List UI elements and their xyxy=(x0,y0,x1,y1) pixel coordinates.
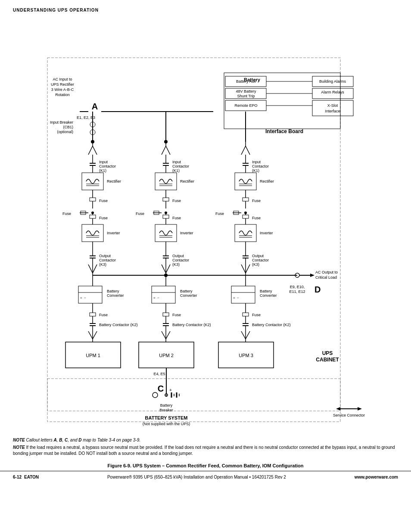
svg-point-121 xyxy=(91,212,94,214)
svg-text:Input: Input xyxy=(99,160,108,164)
svg-text:(K3): (K3) xyxy=(252,262,259,267)
header-title: UNDERSTANDING UPS OPERATION xyxy=(13,8,99,12)
svg-text:(K1): (K1) xyxy=(99,168,106,173)
diagram-svg: Battery Aux 48V Battery Shunt Trip Remot… xyxy=(13,17,398,430)
svg-text:E4, E5: E4, E5 xyxy=(153,372,165,376)
svg-text:Fuse: Fuse xyxy=(252,216,261,220)
footer-website: www.powerware.com xyxy=(355,475,398,479)
page-footer: 6-12 EATON Powerware® 9395 UPS (650–825 … xyxy=(0,471,411,483)
svg-text:Battery Contactor (K2): Battery Contactor (K2) xyxy=(99,323,138,327)
svg-rect-182 xyxy=(78,286,102,303)
svg-text:UPS: UPS xyxy=(322,350,333,356)
svg-text:(optional): (optional) xyxy=(57,130,73,134)
svg-rect-95 xyxy=(90,215,96,218)
svg-text:Output: Output xyxy=(172,254,184,258)
svg-text:3 Wire A-B-C: 3 Wire A-B-C xyxy=(51,87,74,92)
svg-line-146 xyxy=(88,264,93,273)
svg-text:Output: Output xyxy=(99,254,111,258)
svg-marker-176 xyxy=(310,274,314,277)
svg-text:E9, E10,: E9, E10, xyxy=(290,285,305,289)
svg-line-60 xyxy=(241,146,246,155)
svg-text:(K3): (K3) xyxy=(99,262,106,267)
svg-text:Fuse: Fuse xyxy=(172,216,181,220)
svg-rect-1 xyxy=(47,379,340,422)
svg-text:Fuse: Fuse xyxy=(99,313,108,317)
svg-text:~: ~ xyxy=(237,296,239,300)
caption-area: NOTE Callout letters A, B, C, and D map … xyxy=(0,435,411,460)
svg-point-254 xyxy=(153,392,158,398)
svg-text:=: = xyxy=(80,296,82,300)
svg-rect-99 xyxy=(163,198,169,201)
svg-text:Input Breaker: Input Breaker xyxy=(50,120,73,124)
svg-line-233 xyxy=(88,331,93,339)
svg-line-51 xyxy=(166,146,170,155)
svg-line-61 xyxy=(246,146,250,155)
brand-name: EATON xyxy=(24,475,39,479)
svg-text:CABINET: CABINET xyxy=(316,357,339,363)
svg-text:Contactor: Contactor xyxy=(99,258,116,262)
svg-text:Battery: Battery xyxy=(160,403,173,408)
svg-rect-210 xyxy=(163,313,169,316)
svg-text:Inverter: Inverter xyxy=(180,231,193,235)
footer-text: Powerware® 9395 UPS (650–825 kVA) Instal… xyxy=(39,475,355,479)
svg-text:Inverter: Inverter xyxy=(260,231,273,235)
svg-text:Battery: Battery xyxy=(260,289,272,293)
svg-text:Rectifier: Rectifier xyxy=(260,179,274,184)
svg-line-234 xyxy=(93,331,97,339)
svg-marker-267 xyxy=(336,407,340,411)
svg-rect-76 xyxy=(155,173,177,190)
svg-text:UPM 2: UPM 2 xyxy=(159,353,174,358)
svg-text:Shunt Trip: Shunt Trip xyxy=(237,94,255,98)
svg-rect-117 xyxy=(243,215,249,218)
svg-text:~: ~ xyxy=(157,296,159,300)
svg-text:Alarm Relays: Alarm Relays xyxy=(321,90,344,94)
svg-rect-214 xyxy=(243,313,249,316)
svg-text:A: A xyxy=(92,102,98,111)
svg-text:Inverter: Inverter xyxy=(107,231,120,235)
svg-text:(K3): (K3) xyxy=(172,262,180,267)
svg-text:(Not supplied with the UPS): (Not supplied with the UPS) xyxy=(143,422,190,426)
svg-text:Converter: Converter xyxy=(180,293,197,298)
svg-text:Interface: Interface xyxy=(325,109,340,113)
svg-line-156 xyxy=(162,264,166,273)
svg-text:Contactor: Contactor xyxy=(252,258,269,262)
svg-text:Service Connector: Service Connector xyxy=(333,413,365,417)
figure-caption: Figure 6-9. UPS System – Common Rectifie… xyxy=(13,463,398,468)
svg-text:Fuse: Fuse xyxy=(252,199,261,203)
svg-text:Battery Contactor (K2): Battery Contactor (K2) xyxy=(172,323,211,327)
svg-rect-82 xyxy=(235,173,256,190)
svg-rect-110 xyxy=(243,198,249,201)
svg-text:UPS Rectifier: UPS Rectifier xyxy=(51,82,74,87)
svg-line-239 xyxy=(241,331,246,339)
svg-rect-124 xyxy=(82,224,103,242)
svg-text:(K1): (K1) xyxy=(252,168,259,173)
svg-text:Battery: Battery xyxy=(107,289,119,293)
svg-line-50 xyxy=(162,146,166,155)
svg-text:Rectifier: Rectifier xyxy=(180,179,194,184)
svg-rect-70 xyxy=(82,173,103,190)
svg-text:BATTERY SYSTEM: BATTERY SYSTEM xyxy=(145,415,188,420)
page-header: UNDERSTANDING UPS OPERATION xyxy=(0,0,411,12)
svg-line-167 xyxy=(246,264,250,273)
svg-rect-106 xyxy=(163,215,169,218)
svg-text:X-Slot: X-Slot xyxy=(327,103,338,108)
svg-line-237 xyxy=(166,331,170,339)
svg-text:Critical Load: Critical Load xyxy=(315,275,337,280)
svg-text:Fuse: Fuse xyxy=(172,313,181,317)
svg-text:Battery: Battery xyxy=(244,77,261,82)
svg-text:Building Alarms: Building Alarms xyxy=(319,79,346,84)
svg-text:+: + xyxy=(169,388,172,392)
svg-rect-88 xyxy=(90,198,96,201)
page-number: 6-12 xyxy=(13,475,22,479)
svg-line-41 xyxy=(93,146,97,155)
note1-italic: Callout letters A, B, C, and D map to Ta… xyxy=(26,438,140,442)
svg-rect-206 xyxy=(90,313,96,316)
note2-text: If the load requires a neutral, a bypass… xyxy=(13,445,395,456)
svg-text:Fuse: Fuse xyxy=(252,313,261,317)
svg-text:D: D xyxy=(314,285,321,294)
svg-text:(K1): (K1) xyxy=(172,168,180,173)
diagram-area: Battery Aux 48V Battery Shunt Trip Remot… xyxy=(13,17,398,430)
svg-rect-198 xyxy=(231,286,255,303)
svg-text:=: = xyxy=(153,296,156,300)
svg-text:(CB1): (CB1) xyxy=(63,125,73,129)
